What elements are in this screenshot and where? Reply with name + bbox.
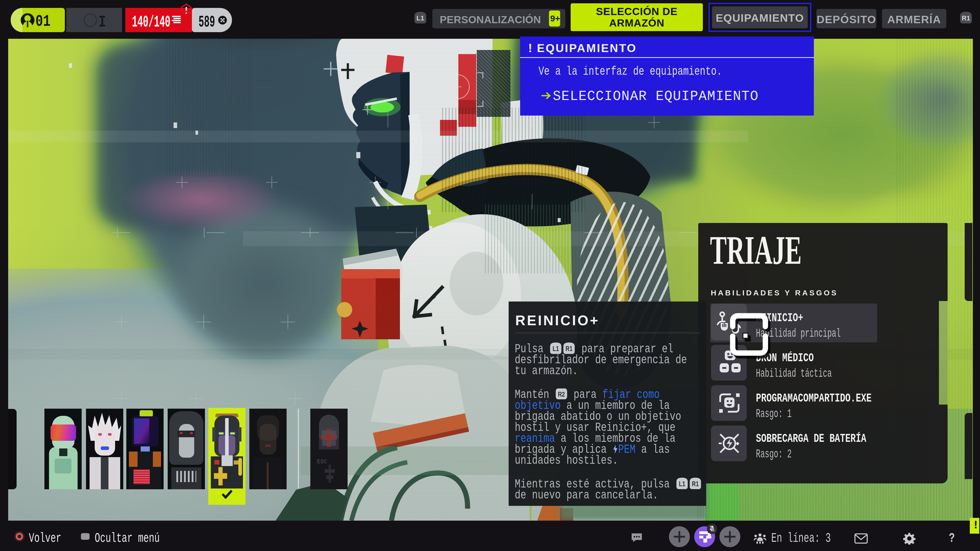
svg-text:L1: L1 [679, 480, 685, 488]
svg-text:L1: L1 [417, 14, 424, 22]
svg-text:R1: R1 [566, 345, 573, 353]
svg-text:L1: L1 [553, 345, 559, 353]
svg-text:R2: R2 [558, 391, 565, 398]
svg-text:R1: R1 [692, 480, 699, 488]
svg-text:R1: R1 [962, 14, 970, 22]
